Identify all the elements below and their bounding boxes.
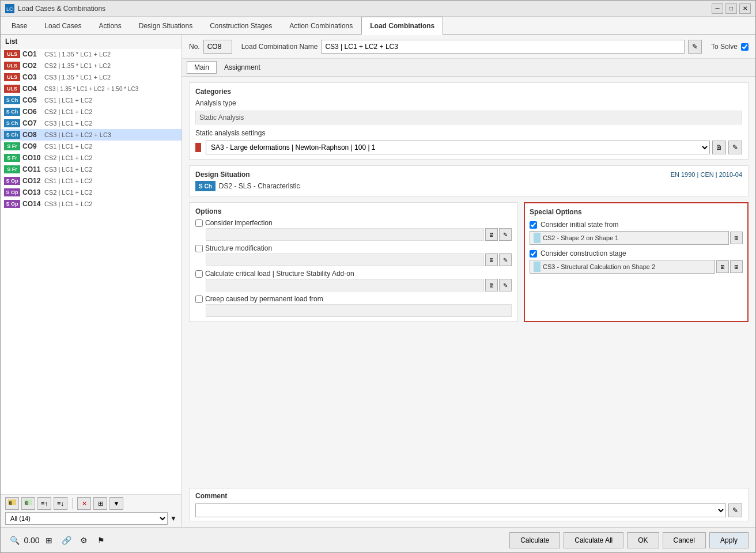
flag-icon[interactable]: ⚑ <box>94 533 108 547</box>
tab-design-situations[interactable]: Design Situations <box>130 17 201 35</box>
minimize-button[interactable]: ─ <box>712 3 723 14</box>
more-button[interactable]: ▼ <box>109 497 123 510</box>
calculate-all-button[interactable]: Calculate All <box>564 532 623 548</box>
sub-tab-main[interactable]: Main <box>187 61 217 74</box>
bottom-buttons: Calculate Calculate All OK Cancel Apply <box>509 532 749 548</box>
ds-value: DS2 - SLS - Characteristic <box>219 182 300 190</box>
construction-stage-copy-btn2[interactable]: 🗎 <box>730 260 743 273</box>
structure-mod-edit-btn[interactable]: ✎ <box>499 253 512 266</box>
list-item[interactable]: S Op CO12 CS1 | LC1 + LC2 <box>1 175 182 187</box>
options-title: Options <box>195 207 512 215</box>
critical-load-new-btn[interactable]: 🗎 <box>485 279 498 291</box>
static-settings-select[interactable]: SA3 - Large deformations | Newton-Raphso… <box>206 141 710 154</box>
maximize-button[interactable]: □ <box>725 3 737 14</box>
structure-mod-checkbox[interactable] <box>195 245 203 252</box>
item-id: CO9 <box>22 142 41 150</box>
list-item[interactable]: S Op CO13 CS2 | LC1 + LC2 <box>1 187 182 198</box>
item-id: CO2 <box>22 62 41 70</box>
tab-actions[interactable]: Actions <box>90 17 130 35</box>
item-id: CO3 <box>22 73 41 81</box>
sort2-button[interactable]: ≡↓ <box>54 497 67 510</box>
badge-sfr: S Fr <box>4 165 20 173</box>
list-item[interactable]: S Op CO14 CS3 | LC1 + LC2 <box>1 198 182 210</box>
cancel-button[interactable]: Cancel <box>663 532 706 548</box>
item-formula: CS2 | LC1 + LC2 <box>44 154 92 161</box>
grid-icon[interactable]: ⊞ <box>42 533 56 547</box>
list-item[interactable]: S Fr CO9 CS1 | LC1 + LC2 <box>1 141 182 152</box>
delete-button[interactable]: ✕ <box>77 497 91 510</box>
list-items: ULS CO1 CS1 | 1.35 * LC1 + LC2 ULS CO2 C… <box>1 48 182 494</box>
creep-option: Creep caused by permanent load from <box>195 295 512 317</box>
gear-icon[interactable]: ⚙ <box>77 533 90 547</box>
construction-stage-copy-btn1[interactable]: 🗎 <box>716 260 729 273</box>
list-item[interactable]: S Ch CO7 CS3 | LC1 + LC2 <box>1 118 182 129</box>
creep-input[interactable] <box>206 304 512 317</box>
list-item[interactable]: S Fr CO10 CS2 | LC1 + LC2 <box>1 152 182 164</box>
list-item[interactable]: S Fr CO11 CS3 | LC1 + LC2 <box>1 164 182 175</box>
tab-construction-stages[interactable]: Construction Stages <box>201 17 281 35</box>
filter-select[interactable]: All (14) <box>5 512 168 525</box>
list-item[interactable]: ULS CO4 CS3 | 1.35 * LC1 + LC2 + 1.50 * … <box>1 83 182 94</box>
comment-select[interactable] <box>195 503 726 517</box>
imperfection-option: Consider imperfection 🗎 ✎ <box>195 219 512 241</box>
svg-text:LC: LC <box>6 6 13 12</box>
item-formula: CS3 | LC1 + LC2 <box>44 120 92 127</box>
to-solve-checkbox[interactable] <box>741 43 749 51</box>
main-window: LC Load Cases & Combinations ─ □ ✕ Base … <box>0 0 756 553</box>
link-icon[interactable]: 🔗 <box>59 533 73 547</box>
tab-load-combinations[interactable]: Load Combinations <box>361 17 443 35</box>
tab-load-cases[interactable]: Load Cases <box>36 17 90 35</box>
no-input[interactable] <box>203 40 232 54</box>
apply-button[interactable]: Apply <box>709 532 749 548</box>
structure-mod-input[interactable] <box>206 253 484 266</box>
construction-stage-checkbox[interactable] <box>530 250 537 257</box>
add-item-button[interactable]: 🗎 <box>5 497 19 510</box>
imperfection-new-btn[interactable]: 🗎 <box>485 228 498 241</box>
item-formula: CS1 | LC1 + LC2 <box>44 143 92 150</box>
critical-load-edit-btn[interactable]: ✎ <box>499 279 512 291</box>
initial-state-checkbox[interactable] <box>530 221 537 229</box>
list-item[interactable]: ULS CO2 CS2 | 1.35 * LC1 + LC2 <box>1 60 182 71</box>
item-id: CO13 <box>22 188 41 196</box>
list-item[interactable]: S Ch CO5 CS1 | LC1 + LC2 <box>1 94 182 106</box>
categories-title: Categories <box>195 88 742 96</box>
edit-sa-button[interactable]: ✎ <box>728 141 742 154</box>
search-icon[interactable]: 🔍 <box>7 533 21 547</box>
coordinates-icon[interactable]: 0.00 <box>25 533 39 547</box>
list-item[interactable]: S Ch CO6 CS2 | LC1 + LC2 <box>1 106 182 118</box>
imperfection-input[interactable] <box>206 228 484 241</box>
comment-edit-btn[interactable]: ✎ <box>728 503 742 517</box>
construction-stage-dropdown-row: CS3 - Structural Calculation on Shape 2 … <box>530 260 743 274</box>
sub-tab-assignment[interactable]: Assignment <box>217 61 268 74</box>
initial-state-copy-btn[interactable]: 🗎 <box>730 232 743 244</box>
creep-checkbox[interactable] <box>195 296 203 303</box>
analysis-type-value: Static Analysis <box>195 111 742 124</box>
window-controls: ─ □ ✕ <box>712 3 751 14</box>
item-formula: CS1 | 1.35 * LC1 + LC2 <box>44 51 111 58</box>
name-field-group: Load Combination Name ✎ <box>241 40 702 54</box>
view-button[interactable]: ⊞ <box>93 497 107 510</box>
list-item-selected[interactable]: S Ch CO8 CS3 | LC1 + LC2 + LC3 <box>1 129 182 141</box>
imperfection-checkbox[interactable] <box>195 219 203 227</box>
initial-state-select[interactable]: CS2 - Shape 2 on Shape 1 <box>530 231 729 245</box>
name-input[interactable] <box>321 40 685 54</box>
calculate-button[interactable]: Calculate <box>509 532 560 548</box>
ds-box: Design Situation EN 1990 | CEN | 2010-04… <box>189 165 749 196</box>
tab-action-combinations[interactable]: Action Combinations <box>281 17 361 35</box>
new-sa-button[interactable]: 🗎 <box>712 141 726 154</box>
initial-state-dropdown-row: CS2 - Shape 2 on Shape 1 🗎 <box>530 231 743 245</box>
tab-base[interactable]: Base <box>3 17 36 35</box>
edit-name-button[interactable]: ✎ <box>688 40 702 54</box>
critical-load-input[interactable] <box>206 279 484 291</box>
ok-button[interactable]: OK <box>627 532 659 548</box>
construction-stage-select[interactable]: CS3 - Structural Calculation on Shape 2 <box>530 260 715 274</box>
construction-stage-checkbox-row: Consider construction stage <box>530 249 743 257</box>
copy-item-button[interactable]: 🗎 <box>21 497 35 510</box>
structure-mod-new-btn[interactable]: 🗎 <box>485 253 498 266</box>
critical-load-checkbox[interactable] <box>195 270 203 278</box>
list-item[interactable]: ULS CO1 CS1 | 1.35 * LC1 + LC2 <box>1 48 182 60</box>
close-button[interactable]: ✕ <box>739 3 751 14</box>
imperfection-edit-btn[interactable]: ✎ <box>499 228 512 241</box>
list-item[interactable]: ULS CO3 CS3 | 1.35 * LC1 + LC2 <box>1 71 182 83</box>
sort-button[interactable]: ≡↑ <box>37 497 51 510</box>
